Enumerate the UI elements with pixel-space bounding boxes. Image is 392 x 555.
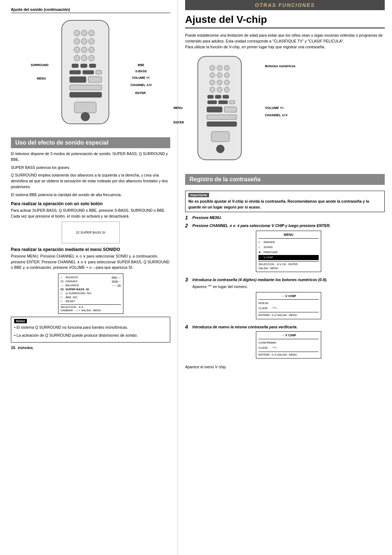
- step3-num: 3: [185, 277, 190, 322]
- svg-rect-42: [219, 101, 228, 104]
- sound-row-qsurround: □ Q SURROUND :NO: [61, 291, 121, 295]
- step2-screen-title: MENU: [258, 232, 319, 239]
- step-3: 3 Introduzca la contraseña (4 dígitos) m…: [185, 277, 385, 322]
- svg-point-2: [81, 30, 87, 36]
- svg-point-24: [81, 112, 90, 121]
- svg-point-26: [210, 65, 215, 70]
- section1-header: Uso del efecto de sonido especial: [11, 137, 170, 148]
- svg-point-11: [81, 55, 87, 61]
- step2-row-sonid: ♪ SONID: [258, 245, 319, 250]
- svg-point-3: [89, 30, 94, 36]
- step3-row-clave: CLAVE : ***–: [258, 306, 319, 311]
- svg-rect-41: [208, 101, 217, 104]
- step-1: 1 Presione MENU.: [185, 215, 385, 221]
- sonid-icon: ♪: [258, 245, 264, 250]
- step2-screen-footer: SELECCION : ∧/∨ OK : ENTER SALIDA : MENU: [258, 261, 319, 271]
- svg-rect-44: [207, 107, 222, 112]
- step4-screen: → V CHIP CONFIRMAR CLAVE : ***– ENTRAR :…: [256, 331, 321, 358]
- subsection1-body: Para activar SUPER BASS, Q SURROUND o BB…: [11, 208, 170, 219]
- label-enter: ENTER: [135, 91, 146, 95]
- sound-row-agudos: ♪ AGUDOS |||||||----: [61, 275, 121, 279]
- svg-point-9: [89, 47, 94, 53]
- svg-point-1: [74, 30, 80, 36]
- importante-label: Importante: [188, 193, 209, 197]
- notas-label: Notas: [14, 319, 27, 323]
- sound-row-bbe: □ BBE :NO: [61, 295, 121, 299]
- svg-point-10: [74, 55, 80, 61]
- step3-subtext: Aparece "*" en lugar del número.: [192, 284, 385, 290]
- svg-point-7: [74, 47, 80, 53]
- svg-point-36: [217, 87, 222, 92]
- right-title: Ajuste del V-chip: [185, 14, 385, 28]
- svg-point-5: [81, 39, 87, 44]
- step3-screen-footer: ENTRAR : 0–9 SALIDA : MENU: [258, 312, 319, 317]
- step2-screen: MENU □ IMAGEN ♪ SONID ★ PREFIJAR: [256, 231, 321, 272]
- sound-row-reset: □ RESET: [61, 299, 121, 303]
- svg-point-12: [89, 55, 94, 61]
- superbass-screen: 22 SUPER BASS SI: [62, 222, 120, 243]
- svg-rect-45: [224, 107, 237, 112]
- page-number: 15 ESPAÑOL: [11, 345, 170, 350]
- step2-num: 2: [185, 223, 190, 275]
- step4-screen-title: → V CHIP: [258, 333, 319, 339]
- svg-rect-21: [70, 85, 102, 90]
- right-header: OTRAS FUNCIONES: [185, 0, 385, 10]
- qsurround-icon: □: [61, 292, 66, 295]
- svg-rect-47: [207, 122, 237, 126]
- svg-point-37: [224, 87, 229, 92]
- step1-content: Presione MENU.: [192, 215, 385, 221]
- agudos-icon: ♪: [61, 276, 66, 279]
- step-4: 4 Introduzca de nuevo la misma contraseñ…: [185, 324, 385, 362]
- svg-rect-39: [215, 95, 221, 98]
- right-label-botones: Botones numéricos: [265, 64, 295, 68]
- svg-point-35: [210, 87, 215, 92]
- svg-point-29: [210, 73, 215, 78]
- section1-body1: El televisor dispone de 3 modos de poten…: [11, 151, 170, 163]
- step2-content: Presione CHANNEL ∧ o ∨ para seleccionar …: [192, 223, 385, 275]
- right-remote-wrap: MENU ENTER Botones numéricos VOLUME +/– …: [189, 53, 385, 167]
- svg-rect-14: [81, 64, 87, 68]
- step3-row-nueva: NUEVA: [258, 301, 319, 306]
- label-volume: VOLUME +/–: [132, 76, 151, 80]
- importante-box: Importante No es posible ajustar el V-ch…: [185, 191, 385, 212]
- subsection2-title: Para realizar la operación mediante el m…: [11, 247, 170, 252]
- svg-rect-20: [88, 77, 102, 82]
- svg-rect-13: [72, 64, 78, 68]
- left-column: Ajuste del sonido (continuación): [0, 0, 178, 555]
- sound-row-balance: ↔ BALANCE ------||||: [61, 283, 121, 287]
- svg-rect-38: [208, 95, 213, 98]
- svg-point-32: [210, 80, 215, 85]
- superbass-label: 22 SUPER BASS SI: [76, 231, 105, 234]
- nota-2: • La activación de Q SURROUND puede prod…: [14, 333, 167, 339]
- label-surround: SURROUND: [31, 63, 49, 67]
- graves-icon: 22: [61, 280, 66, 283]
- subsection2-body: Presione MENU. Presione CHANNEL ∧ o ∨ pa…: [11, 254, 170, 271]
- final-text: Aparece el menú V chip.: [185, 364, 385, 370]
- sound-row-superbass: 22 SUPER BASS :SI: [61, 287, 121, 291]
- vchip-icon: →: [258, 255, 264, 260]
- step3-screen: → V CHIP NUEVA CLAVE : ***– ENTRAR : 0–9…: [256, 292, 321, 319]
- step4-num: 4: [185, 324, 190, 362]
- right-label-menu: MENU: [173, 106, 183, 110]
- step4-row-clave: CLAVE : ***–: [258, 345, 319, 351]
- right-remote-svg: [189, 53, 261, 166]
- right-remote-inner: MENU ENTER: [189, 53, 261, 167]
- step3-screen-title: → V CHIP: [258, 294, 319, 300]
- svg-rect-17: [83, 70, 94, 74]
- svg-rect-16: [70, 70, 81, 74]
- svg-point-8: [81, 47, 87, 53]
- step4-content: Introduzca de nuevo la misma contraseña …: [192, 324, 385, 362]
- svg-rect-15: [89, 64, 96, 68]
- step2-row-prefijar: ★ PREFIJAR: [258, 250, 319, 255]
- imagen-icon: □: [258, 240, 264, 244]
- step4-row-confirmar: CONFIRMAR: [258, 340, 319, 345]
- right-column: OTRAS FUNCIONES Ajuste del V-chip Puede …: [178, 0, 392, 555]
- svg-point-27: [217, 65, 222, 70]
- svg-point-28: [224, 65, 229, 70]
- step2-row-vchip: → V CHIP: [258, 255, 319, 260]
- superbass-icon: 22: [61, 288, 66, 291]
- svg-rect-48: [211, 131, 229, 142]
- svg-rect-18: [96, 70, 102, 74]
- sound-menu-screen: ♪ AGUDOS |||||||---- 22 GRAVES ||||||||-…: [58, 274, 123, 314]
- svg-rect-22: [70, 92, 102, 97]
